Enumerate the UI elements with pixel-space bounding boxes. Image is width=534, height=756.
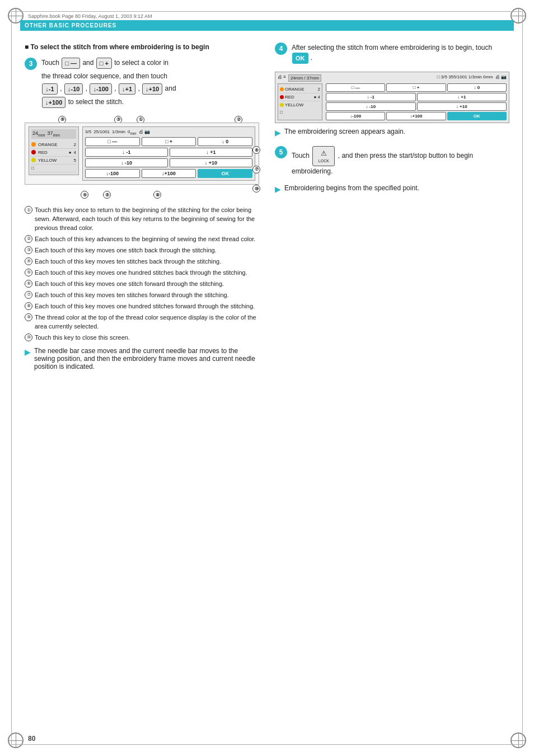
- red-label: RED: [38, 150, 48, 155]
- step5-row: 5 Touch ⚠ LOCK , and then press the star…: [275, 146, 509, 179]
- list-item-5: ⑤ Each touch of this key moves one hundr…: [25, 269, 259, 278]
- callout-5: ⑤: [103, 191, 111, 199]
- stitch-count: 25/1001: [93, 129, 110, 135]
- left-column: ■ To select the stitch from where embroi…: [20, 34, 267, 736]
- diagram-wrapper: ⑨ ③ ① ② 24mm 37mm: [25, 116, 259, 201]
- step4-result-arrow: ▶: [275, 128, 281, 137]
- callout-4: ④: [81, 191, 88, 199]
- color-strip: ORANGE 2 RED ● 4 YELLOW: [31, 141, 76, 172]
- screen4-btn-row1: □ — □ + ↓ 0: [326, 83, 507, 92]
- screen4-btn-plus10[interactable]: ↓ +10: [417, 102, 507, 111]
- step5-result-text: Embroidering begins from the specified p…: [284, 184, 419, 192]
- diag-btn-plus1[interactable]: ↓ +1: [170, 148, 252, 157]
- diag-btn-minus-color[interactable]: □ —: [85, 137, 140, 146]
- badge-3: ③: [25, 246, 32, 254]
- btn-grid-row2: ↓ -1 ↓ +1: [85, 148, 252, 157]
- diag-btn-ok[interactable]: OK: [198, 169, 252, 178]
- red-radio: ●: [69, 150, 72, 155]
- screen4-btn-plus-color[interactable]: □ +: [386, 83, 446, 92]
- list-item-7: ⑦ Each touch of this key moves ten stitc…: [25, 291, 259, 300]
- and-label: and: [82, 59, 95, 67]
- callout-6: ⑥: [252, 145, 260, 154]
- screen4-btns: □ — □ + ↓ 0 ↓ -1 ↓ +1 ↓ -10 ↓ +10 ↓-100: [326, 83, 507, 120]
- callout-row-bottom: ④ ⑤ ⑧: [25, 190, 259, 200]
- screen4-btn-plus100[interactable]: ↓+100: [386, 112, 446, 120]
- result1-row: ▶ The needle bar case moves and the curr…: [25, 347, 259, 370]
- right-column: 4 After selecting the stitch from where …: [267, 34, 514, 736]
- stitch-time: 1/3min: [112, 129, 125, 135]
- btn-plus100[interactable]: ↓+100: [42, 97, 65, 108]
- btn-minus100[interactable]: ↓-100: [90, 83, 112, 95]
- btn-minus10[interactable]: ↓-10: [64, 83, 83, 95]
- callout-10: ⑩: [252, 184, 260, 193]
- screen4-dim: 24mm / 37mm: [288, 74, 321, 82]
- list-item-2: ② Each touch of this key advances to the…: [25, 235, 259, 244]
- yellow-dot: [31, 158, 36, 162]
- screen4-btn-minus100[interactable]: ↓-100: [326, 112, 385, 120]
- line1b-label: to select a color in: [114, 59, 168, 67]
- yellow-number: 5: [74, 158, 76, 163]
- screen4-empty: □: [280, 109, 320, 116]
- step5-result-arrow: ▶: [275, 185, 281, 194]
- callout-8: ⑧: [153, 191, 161, 199]
- step5-circle: 5: [275, 146, 287, 158]
- list-item-1: ① Touch this key once to return to the b…: [25, 206, 259, 233]
- badge-4: ④: [25, 257, 32, 265]
- list-item-6: ⑥ Each touch of this key moves one stitc…: [25, 280, 259, 289]
- yellow-label: YELLOW: [38, 158, 57, 163]
- screen4-btn-minus10[interactable]: ↓ -10: [326, 102, 416, 111]
- list-item-9: ⑨ The thread color at the top of the thr…: [25, 313, 259, 331]
- lock-label: LOCK: [318, 158, 329, 165]
- and2-label: and: [165, 84, 176, 92]
- btn-plus-color[interactable]: □ +: [96, 58, 112, 69]
- diag-btn-plus10[interactable]: ↓ +10: [170, 158, 252, 167]
- callout-right: ⑥ ⑦ ⑩: [252, 145, 260, 193]
- btn-plus1[interactable]: ↓+1: [119, 83, 135, 95]
- lock-button[interactable]: ⚠ LOCK: [312, 146, 335, 166]
- btn-plus10[interactable]: ↓+10: [142, 83, 162, 95]
- badge-2: ②: [25, 235, 32, 243]
- stitch-info-row: 3/5 25/1001 1/3min 0mm 🖨 📷: [85, 129, 252, 135]
- screen4-btn-0[interactable]: ↓ 0: [447, 83, 507, 92]
- list-item-8: ⑧ Each touch of this key moves one hundr…: [25, 302, 259, 311]
- diag-btn-minus10[interactable]: ↓ -10: [85, 158, 168, 167]
- stitch-mm: 0mm: [128, 129, 137, 135]
- step5-result-row: ▶ Embroidering begins from the specified…: [275, 184, 509, 194]
- screen4-icons-left: 🖨 ≡: [278, 74, 286, 82]
- badge-10: ⑩: [25, 334, 32, 341]
- btn-minus1[interactable]: ↓-1: [42, 83, 58, 95]
- diag-btn-plus100[interactable]: ↓+100: [142, 169, 196, 178]
- diag-btn-minus1[interactable]: ↓ -1: [85, 148, 168, 157]
- step4-circle: 4: [275, 43, 287, 55]
- step3-instruction: Touch □ — and □ + to select a color in t…: [41, 58, 176, 110]
- screen4-yellow: YELLOW: [280, 101, 320, 109]
- screen4-btn-ok[interactable]: OK: [447, 112, 507, 120]
- diag-btn-minus100[interactable]: ↓-100: [85, 169, 140, 178]
- diag-btn-0[interactable]: ↓ 0: [198, 137, 252, 146]
- screen4-btn-row3: ↓ -10 ↓ +10: [326, 102, 507, 111]
- touch-label: Touch: [41, 59, 59, 67]
- badge-1: ①: [25, 206, 32, 214]
- step3-buttons-row: ↓-1 , ↓-10 , ↓-100 , ↓+1 , ↓+10 and: [41, 83, 176, 95]
- ok-button[interactable]: OK: [292, 53, 308, 64]
- screen4-orange: ORANGE2: [280, 86, 320, 93]
- lock-icon: ⚠: [321, 148, 327, 158]
- screen4-btn-minus1[interactable]: ↓ -1: [326, 93, 416, 101]
- list-item-4: ④ Each touch of this key moves ten stitc…: [25, 257, 259, 266]
- file-info: Sapphire.book Page 80 Friday, August 1, …: [28, 13, 152, 19]
- screen4-btn-row2: ↓ -1 ↓ +1: [326, 93, 507, 101]
- color-row-empty: □: [31, 165, 76, 172]
- screen4-btn-plus1[interactable]: ↓ +1: [417, 93, 507, 101]
- step4-result-row: ▶ The embroidering screen appears again.: [275, 128, 509, 137]
- btn-grid-row4: ↓-100 ↓+100 OK: [85, 169, 252, 178]
- btn-minus-color[interactable]: □ —: [62, 58, 80, 69]
- step4-result-text: The embroidering screen appears again.: [284, 128, 405, 135]
- screen4-red: RED● 4: [280, 93, 320, 101]
- diagram-left-panel: 24mm 37mm ORANGE 2 RED: [29, 126, 79, 175]
- btn-grid-row1: □ — □ + ↓ 0: [85, 137, 252, 146]
- stitch-position: 3/5: [85, 129, 91, 135]
- red-dot: [31, 150, 36, 154]
- screen4-btn-minus-color[interactable]: □ —: [326, 83, 385, 92]
- orange-label: ORANGE: [38, 142, 58, 147]
- diag-btn-plus-color[interactable]: □ +: [142, 137, 196, 146]
